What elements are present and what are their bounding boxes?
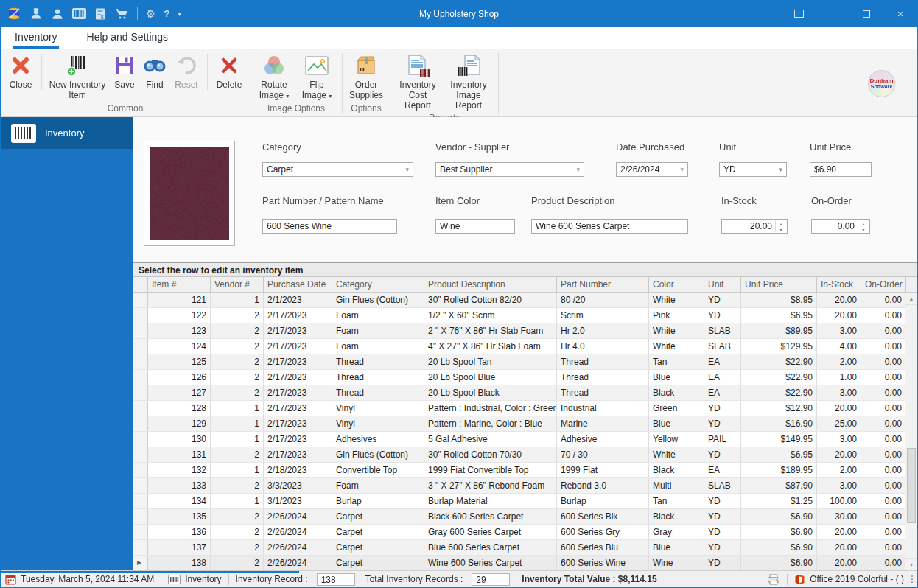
cell[interactable]: YD xyxy=(704,509,741,524)
grid-vertical-scrollbar[interactable]: ▲ ▼ xyxy=(905,293,917,570)
cell[interactable]: Foam xyxy=(332,323,424,338)
cell[interactable]: Burlap xyxy=(557,494,649,508)
cell[interactable]: 125 xyxy=(148,354,211,369)
invoice-icon[interactable]: $ xyxy=(94,7,107,21)
cell[interactable]: YD xyxy=(704,401,741,416)
cell[interactable]: 0.00 xyxy=(861,463,906,477)
cell[interactable]: 2/26/2024 xyxy=(264,540,332,555)
cell[interactable]: 2 xyxy=(211,339,264,354)
cell[interactable]: 20.00 xyxy=(817,401,861,416)
cell[interactable]: 137 xyxy=(148,540,211,555)
cell[interactable]: 1 xyxy=(211,293,264,307)
cell[interactable]: Marine xyxy=(557,416,649,431)
cell[interactable]: 134 xyxy=(148,494,211,508)
column-header[interactable]: Unit xyxy=(704,277,741,292)
cell[interactable]: 20.00 xyxy=(817,556,861,570)
cell[interactable]: 2/1/2023 xyxy=(264,293,332,307)
cell[interactable]: 2.00 xyxy=(817,354,861,369)
cell[interactable]: $89.95 xyxy=(741,323,817,338)
cell[interactable]: Scrim xyxy=(557,308,649,323)
spin-up-icon[interactable]: ▴ xyxy=(776,220,786,226)
unit-price-input[interactable]: $6.90 xyxy=(810,162,872,177)
spin-up-icon[interactable]: ▴ xyxy=(858,220,869,226)
cell[interactable]: Burlap Material xyxy=(424,494,557,508)
cell[interactable]: 121 xyxy=(148,293,211,307)
cell[interactable]: YD xyxy=(704,447,741,462)
cell[interactable]: 70 / 30 xyxy=(557,447,649,462)
table-row[interactable]: 13722/26/2024CarpetBlue 600 Series Carpe… xyxy=(133,540,917,556)
cell[interactable]: $1.25 xyxy=(741,494,817,508)
cell[interactable]: $22.90 xyxy=(741,370,817,385)
inventory-image-report-button[interactable]: Inventory Image Report xyxy=(442,51,495,111)
cell[interactable]: 2 xyxy=(211,540,264,555)
cell[interactable]: Wine xyxy=(649,556,704,570)
cell[interactable]: 100.00 xyxy=(817,494,861,508)
table-row[interactable]: 12522/17/2023Thread20 Lb Spool TanThread… xyxy=(133,354,917,370)
cell[interactable]: 132 xyxy=(148,463,211,477)
cell[interactable]: 0.00 xyxy=(861,447,906,462)
cell[interactable]: Gin Flues (Cotton) xyxy=(332,293,424,307)
cell[interactable]: 2/17/2023 xyxy=(264,401,332,416)
cell[interactable]: 2/17/2023 xyxy=(264,385,332,400)
cell[interactable]: 2 xyxy=(211,556,264,570)
cell[interactable]: 20.00 xyxy=(817,540,861,555)
help-icon[interactable]: ? xyxy=(164,8,169,19)
printer-icon[interactable] xyxy=(767,574,780,585)
cell[interactable]: 1 xyxy=(211,401,264,416)
column-header[interactable]: Part Number xyxy=(557,277,649,292)
cell[interactable]: 20.00 xyxy=(817,525,861,539)
cell[interactable]: 0.00 xyxy=(861,416,906,431)
cell[interactable]: 1 xyxy=(211,494,264,508)
cell[interactable]: EA xyxy=(704,370,741,385)
record-number-field[interactable]: 138 xyxy=(317,573,355,586)
cell[interactable]: Yellow xyxy=(649,432,704,447)
cell[interactable]: 0.00 xyxy=(861,525,906,539)
cell[interactable]: Convertible Top xyxy=(332,463,424,477)
cell[interactable]: Green xyxy=(649,401,704,416)
column-header[interactable]: Product Description xyxy=(424,277,557,292)
find-button[interactable]: Find xyxy=(140,51,169,102)
cell[interactable]: Blue 600 Series Carpet xyxy=(424,540,557,555)
cell[interactable]: Gin Flues (Cotton) xyxy=(332,447,424,462)
cell[interactable]: $129.95 xyxy=(741,339,817,354)
maximize-button[interactable] xyxy=(849,1,883,27)
resize-grip[interactable] xyxy=(911,575,913,583)
table-row[interactable]: 13012/17/2023Adhesives5 Gal AdhesiveAdhe… xyxy=(133,432,917,447)
cell[interactable]: 0.00 xyxy=(861,370,906,385)
cell[interactable]: EA xyxy=(704,385,741,400)
table-row[interactable]: 13122/17/2023Gin Flues (Cotton)30" Rolle… xyxy=(133,447,917,463)
cell[interactable]: $6.90 xyxy=(741,540,817,555)
column-header[interactable]: Category xyxy=(332,277,424,292)
cell[interactable]: 0.00 xyxy=(861,509,906,524)
flip-image-button[interactable]: Flip Image ▾ xyxy=(295,51,339,102)
cell[interactable]: 1.00 xyxy=(817,370,861,385)
sidebar-item-inventory[interactable]: Inventory xyxy=(1,117,133,149)
cell[interactable]: Thread xyxy=(332,354,424,369)
cell[interactable]: Carpet xyxy=(332,509,424,524)
cell[interactable]: Industrial xyxy=(557,401,649,416)
cell[interactable]: Carpet xyxy=(332,540,424,555)
cell[interactable]: 2 xyxy=(211,323,264,338)
table-row[interactable]: 12112/1/2023Gin Flues (Cotton)30" Rolled… xyxy=(133,293,917,308)
cell[interactable]: 2/26/2024 xyxy=(264,525,332,539)
cell[interactable]: 20.00 xyxy=(817,308,861,323)
cell[interactable]: SLAB xyxy=(704,478,741,493)
close-button[interactable]: Close xyxy=(4,51,38,102)
cell[interactable]: White xyxy=(649,447,704,462)
cell[interactable]: Wine 600 Series Carpet xyxy=(424,556,557,570)
cell[interactable]: 3/1/2023 xyxy=(264,494,332,508)
cell[interactable]: Thread xyxy=(557,354,649,369)
cell[interactable]: White xyxy=(649,339,704,354)
cell[interactable]: 600 Series Blk xyxy=(557,509,649,524)
cell[interactable]: 2 xyxy=(211,447,264,462)
in-stock-stepper[interactable]: 20.00 ▴▾ xyxy=(721,219,788,234)
user-icon[interactable] xyxy=(29,7,43,21)
cell[interactable]: Adhesives xyxy=(332,432,424,447)
cell[interactable]: EA xyxy=(704,463,741,477)
column-header[interactable]: Color xyxy=(649,277,704,292)
cell[interactable]: 2/17/2023 xyxy=(264,370,332,385)
cell[interactable]: 4" X 27" X 86" Hr Slab Foam xyxy=(424,339,557,354)
cell[interactable]: Multi xyxy=(649,478,704,493)
column-header[interactable]: Unit Price xyxy=(741,277,817,292)
toolbar-dropdown-caret-icon[interactable]: ▾ xyxy=(178,10,181,18)
